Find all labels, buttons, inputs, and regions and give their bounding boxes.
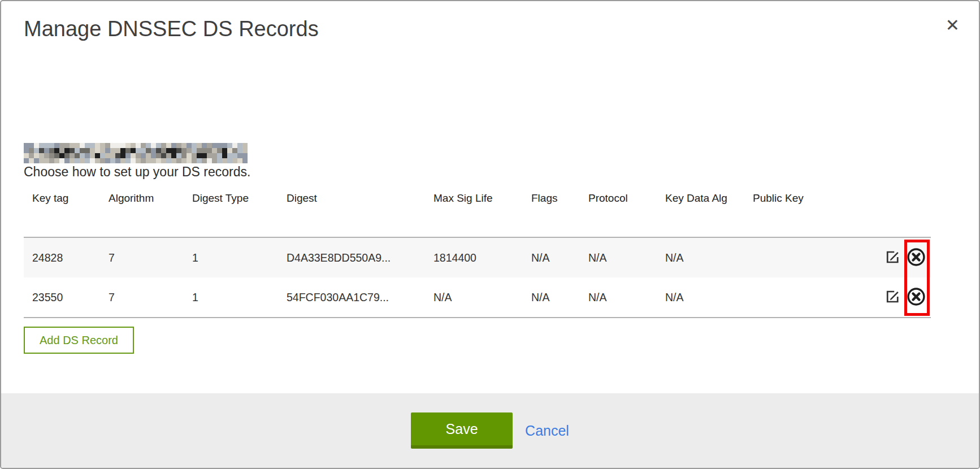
delete-circle-x-icon xyxy=(907,247,926,268)
cell-algorithm: 7 xyxy=(100,277,184,318)
cell-protocol: N/A xyxy=(580,237,657,277)
col-header-max-sig-life: Max Sig Life xyxy=(425,189,523,237)
table-row: 24828 7 1 D4A33E8DD550A9... 1814400 N/A … xyxy=(24,237,931,277)
row-actions-cell xyxy=(883,277,931,318)
col-header-protocol: Protocol xyxy=(580,189,657,237)
table-row: 23550 7 1 54FCF030AA1C79... N/A N/A N/A … xyxy=(24,277,931,318)
cancel-link[interactable]: Cancel xyxy=(525,423,569,439)
cell-algorithm: 7 xyxy=(100,237,184,277)
cell-digest: D4A33E8DD550A9... xyxy=(278,237,425,277)
ds-records-table-zone: Key tag Algorithm Digest Type Digest Max… xyxy=(24,189,931,318)
manage-dnssec-modal: Manage DNSSEC DS Records ✕ Choose how to… xyxy=(0,0,980,469)
edit-record-button[interactable] xyxy=(884,249,901,267)
add-ds-record-button[interactable]: Add DS Record xyxy=(24,327,134,354)
col-header-key-tag: Key tag xyxy=(24,189,100,237)
col-header-key-data-alg: Key Data Alg xyxy=(657,189,744,237)
cell-digest: 54FCF030AA1C79... xyxy=(278,277,425,318)
redacted-domain-name xyxy=(24,143,248,163)
edit-icon xyxy=(884,249,901,267)
ds-records-table: Key tag Algorithm Digest Type Digest Max… xyxy=(24,189,931,318)
cell-max-sig-life: 1814400 xyxy=(425,237,523,277)
modal-footer: Save Cancel xyxy=(1,393,979,468)
page-title: Manage DNSSEC DS Records xyxy=(24,17,319,41)
delete-circle-x-icon xyxy=(907,287,926,308)
save-button[interactable]: Save xyxy=(411,412,513,449)
edit-icon xyxy=(884,288,901,307)
edit-record-button[interactable] xyxy=(884,288,901,307)
cell-flags: N/A xyxy=(523,237,580,277)
col-header-digest: Digest xyxy=(278,189,425,237)
col-header-flags: Flags xyxy=(523,189,580,237)
table-header-row: Key tag Algorithm Digest Type Digest Max… xyxy=(24,189,931,237)
cell-digest-type: 1 xyxy=(184,277,278,318)
cell-key-data-alg: N/A xyxy=(657,237,744,277)
col-header-actions xyxy=(883,189,931,237)
col-header-algorithm: Algorithm xyxy=(100,189,184,237)
cell-protocol: N/A xyxy=(580,277,657,318)
col-header-public-key: Public Key xyxy=(744,189,883,237)
cell-flags: N/A xyxy=(523,277,580,318)
instruction-text: Choose how to set up your DS records. xyxy=(24,164,250,180)
col-header-digest-type: Digest Type xyxy=(184,189,278,237)
cell-key-tag: 23550 xyxy=(24,277,100,318)
close-icon[interactable]: ✕ xyxy=(943,15,962,36)
delete-record-button[interactable] xyxy=(907,247,926,268)
delete-record-button[interactable] xyxy=(907,287,926,308)
cell-public-key xyxy=(744,277,883,318)
cell-key-data-alg: N/A xyxy=(657,277,744,318)
cell-digest-type: 1 xyxy=(184,237,278,277)
row-actions-cell xyxy=(883,237,931,277)
cell-public-key xyxy=(744,237,883,277)
cell-key-tag: 24828 xyxy=(24,237,100,277)
cell-max-sig-life: N/A xyxy=(425,277,523,318)
